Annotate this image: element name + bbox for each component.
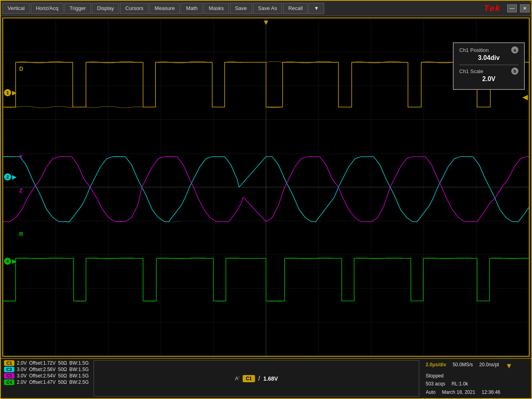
acqs-setting: 503 acqs — [426, 381, 445, 387]
minimize-button[interactable]: — — [507, 4, 517, 12]
ch3-status-badge: C3 — [4, 373, 14, 379]
ns-pt-setting: 20.0ns/pt — [479, 362, 499, 370]
ch4-marker[interactable]: 4 ▶ — [4, 258, 16, 265]
ch3-z-waveform-label: Z — [19, 187, 23, 194]
time-div-setting: 2.0μs/div — [426, 362, 446, 370]
ch4-offset: Offset:1.47V — [29, 379, 56, 385]
horiz-acq-button[interactable]: Horiz/Acq — [31, 3, 64, 14]
ch3-status-row: C3 3.0V Offset:2.54V 50Ω BW:1.5G — [4, 373, 89, 379]
ch4-status-badge: C4 — [4, 379, 14, 385]
ch1-voltage: 2.0V — [17, 360, 27, 366]
ch1-impedance: 50Ω — [58, 360, 67, 366]
ch1-scale-row: Ch1 Scale b — [459, 67, 518, 75]
ch2-voltage: 3.0V — [17, 367, 27, 372]
ch1-arrow-icon: ▶ — [12, 89, 16, 96]
scope-display-area: ▼ 1 ▶ 2 ▶ 4 ▶ D Y Z R ◀ — [2, 18, 530, 357]
tek-logo: Tek — [484, 3, 501, 14]
ch2-offset: Offset:2.56V — [29, 367, 56, 372]
info-panel: Ch1 Position a 3.04div Ch1 Scale b 2.0V — [453, 42, 525, 90]
ch4-badge: 4 — [4, 258, 11, 265]
trigger-button[interactable]: Trigger — [64, 3, 91, 14]
state-setting: Stopped — [426, 373, 444, 379]
ch3-waveform-label: Y — [19, 153, 23, 160]
ch3-bw: BW:1.5G — [70, 373, 89, 379]
ch2-marker[interactable]: 2 ▶ — [4, 173, 16, 181]
time-setting: 12:36:46 — [482, 389, 500, 395]
ch1-waveform-label: D — [19, 66, 23, 72]
ch4-status-row: C4 2.0V Offset:1.47V 50Ω BW:2.5G — [4, 379, 89, 385]
ch1-marker[interactable]: 1 ▶ — [4, 89, 16, 96]
ch1-scale-arrow: ◀ — [522, 93, 528, 101]
settings-row-2: Stopped — [426, 373, 526, 379]
ch1-status-badge: C1 — [4, 360, 14, 366]
oscilloscope-container: Vertical Horiz/Acq Trigger Display Curso… — [0, 0, 532, 399]
status-bar: C1 2.0V Offset:1.72V 50Ω BW:1.5G C2 3.0V… — [1, 358, 531, 398]
trigger-status-mid: A' C1 / 1.68V — [94, 360, 419, 397]
display-button[interactable]: Display — [92, 3, 120, 14]
ch1-position-label: Ch1 Position — [459, 47, 489, 53]
save-as-button[interactable]: Save As — [253, 3, 283, 14]
rl-setting: RL:1.0k — [452, 381, 468, 387]
ch1-scale-value: 2.0V — [459, 75, 518, 83]
ch3-voltage: 3.0V — [17, 373, 27, 379]
ch1-badge: 1 — [4, 89, 11, 96]
save-button[interactable]: Save — [230, 3, 252, 14]
math-button[interactable]: Math — [181, 3, 203, 14]
date-setting: March 18, 2021 — [442, 389, 475, 395]
measure-button[interactable]: Measure — [149, 3, 180, 14]
close-button[interactable]: ✕ — [520, 4, 530, 12]
recall-button[interactable]: Recall — [283, 3, 308, 14]
ch3-offset: Offset:2.54V — [29, 373, 56, 379]
ch1-scale-label: Ch1 Scale — [459, 68, 483, 74]
trigger-slope-icon: / — [258, 375, 260, 382]
more-button[interactable]: ▼ — [309, 3, 324, 14]
settings-row-1: 2.0μs/div 50.0MS/s 20.0ns/pt ▼ — [426, 362, 526, 370]
trigger-label: A' — [235, 375, 239, 381]
toolbar: Vertical Horiz/Acq Trigger Display Curso… — [1, 1, 531, 16]
channel-markers: 1 ▶ 2 ▶ 4 ▶ — [3, 18, 14, 356]
vertical-button[interactable]: Vertical — [2, 3, 30, 14]
channel-status-left: C1 2.0V Offset:1.72V 50Ω BW:1.5G C2 3.0V… — [4, 360, 89, 397]
masks-button[interactable]: Masks — [203, 3, 229, 14]
waveform-display — [3, 18, 529, 356]
info-divider — [459, 65, 518, 65]
ch2-impedance: 50Ω — [58, 367, 67, 372]
ch1-scale-arrow-icon: ◀ — [522, 93, 528, 101]
ch4-impedance: 50Ω — [58, 379, 67, 385]
settings-row-3: 503 acqs RL:1.0k — [426, 381, 526, 387]
ch1-position-value: 3.04div — [459, 54, 518, 62]
ch4-arrow-icon: ▶ — [12, 258, 16, 264]
ch1-offset: Offset:1.72V — [29, 360, 56, 366]
ch1-position-badge: a — [511, 46, 518, 54]
ch1-status-row: C1 2.0V Offset:1.72V 50Ω BW:1.5G — [4, 360, 89, 366]
trigger-indicator: ▼ — [263, 18, 270, 27]
cursors-button[interactable]: Cursors — [120, 3, 149, 14]
sample-rate-setting: 50.0MS/s — [452, 362, 473, 370]
ch4-voltage: 2.0V — [17, 379, 27, 385]
mode-setting: Auto — [426, 389, 436, 395]
scope-settings-right: 2.0μs/div 50.0MS/s 20.0ns/pt ▼ Stopped 5… — [424, 360, 528, 397]
ch1-position-row: Ch1 Position a — [459, 46, 518, 54]
settings-row-4: Auto March 18, 2021 12:36:46 — [426, 389, 526, 395]
trigger-ch-badge: C1 — [243, 375, 255, 382]
trigger-value: 1.68V — [263, 375, 278, 382]
toolbar-right: Tek — ✕ — [484, 3, 530, 14]
ch3-impedance: 50Ω — [58, 373, 67, 379]
ch4-waveform-label: R — [19, 231, 23, 237]
ch2-status-row: C2 3.0V Offset:2.56V 50Ω BW:1.5G — [4, 367, 89, 372]
ch2-status-badge: C2 — [4, 367, 14, 372]
ch2-badge: 2 — [4, 173, 11, 181]
trigger-level-indicator: ▼ — [505, 362, 512, 370]
ch2-arrow-icon: ▶ — [12, 174, 16, 180]
ch1-scale-badge: b — [511, 67, 518, 75]
ch2-bw: BW:1.5G — [70, 367, 89, 372]
ch4-bw: BW:2.5G — [70, 379, 89, 385]
ch1-bw: BW:1.5G — [70, 360, 89, 366]
trigger-arrow-icon: ▼ — [263, 18, 270, 26]
